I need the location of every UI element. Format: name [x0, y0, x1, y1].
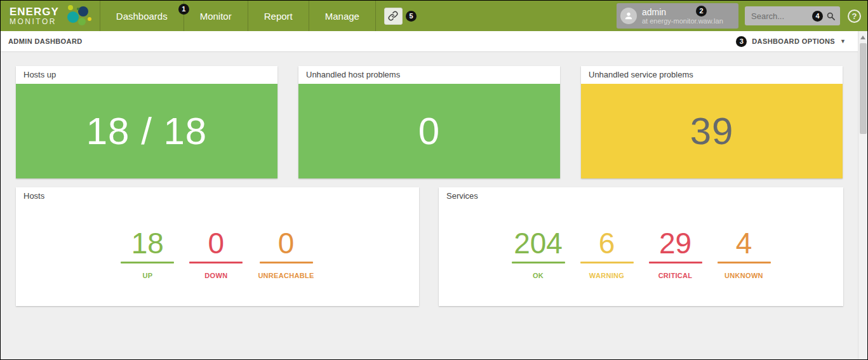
user-host: at energy-monitor.waw.lan [642, 17, 723, 25]
logo-line1: ENERGY [10, 6, 59, 18]
dashboard-options-label: DASHBOARD OPTIONS [752, 37, 835, 45]
app-logo[interactable]: ENERGY MONITOR [1, 1, 100, 31]
unhandled-service-problems-value: 39 [690, 109, 734, 153]
annotation-badge-2: 2 [696, 6, 707, 17]
help-label: ? [852, 11, 857, 21]
nav-item-dashboards[interactable]: Dashboards 1 [100, 1, 184, 31]
stat-label: DOWN [204, 272, 227, 279]
annotation-badge-1: 1 [178, 4, 189, 15]
stat-hosts-down[interactable]: 0 DOWN [189, 228, 243, 279]
main-nav: Dashboards 1 Monitor Report Manage [100, 1, 376, 31]
annotation-badge-3: 3 [736, 36, 747, 47]
hosts-up-value: 18 / 18 [86, 109, 208, 153]
scrollbar-thumb[interactable] [860, 43, 867, 134]
search-input[interactable] [751, 11, 809, 21]
link-icon [388, 11, 398, 21]
stat-services-critical[interactable]: 29 CRITICAL [649, 228, 702, 279]
user-name: admin [642, 7, 723, 17]
stat-underline [260, 262, 313, 263]
stat-value: 6 [599, 228, 615, 258]
nav-item-label: Manage [325, 11, 359, 22]
app-window: ENERGY MONITOR Dashboards 1 Monitor Rep [0, 0, 868, 360]
card-hosts: Hosts 18 UP 0 DOWN 0 UNRE [16, 187, 419, 306]
stat-value: 204 [514, 228, 563, 258]
stat-label: UNKNOWN [724, 272, 763, 279]
stat-label: CRITICAL [658, 272, 693, 279]
nav-item-label: Dashboards [116, 11, 168, 22]
stat-hosts-unreachable[interactable]: 0 UNREACHABLE [258, 228, 314, 279]
logo-text: ENERGY MONITOR [10, 6, 59, 25]
help-button[interactable]: ? [848, 10, 861, 23]
stat-services-unknown[interactable]: 4 UNKNOWN [718, 228, 771, 279]
stat-services-warning[interactable]: 6 WARNING [580, 228, 634, 279]
search-box: 4 [745, 6, 840, 25]
summary-row: Hosts up 18 / 18 Unhandled host problems… [16, 66, 867, 178]
user-avatar-icon [620, 8, 637, 24]
stat-underline [649, 262, 702, 263]
stat-label: UNREACHABLE [258, 272, 314, 279]
user-text: admin at energy-monitor.waw.lan [642, 7, 723, 25]
unhandled-host-problems-value-panel[interactable]: 0 [298, 84, 560, 178]
nav-item-monitor[interactable]: Monitor [184, 1, 248, 31]
stat-label: OK [533, 272, 544, 279]
card-title: Hosts up [16, 66, 277, 84]
detail-row: Hosts 18 UP 0 DOWN 0 UNRE [16, 187, 867, 306]
hosts-up-value-panel[interactable]: 18 / 18 [16, 84, 277, 178]
stat-underline [580, 262, 634, 263]
stat-value: 18 [131, 228, 164, 258]
dashboard-content: Hosts up 18 / 18 Unhandled host problems… [1, 52, 867, 306]
card-title: Hosts [16, 187, 419, 205]
card-title: Unhandled host problems [298, 66, 560, 84]
nav-item-report[interactable]: Report [248, 1, 309, 31]
card-unhandled-service-problems: Unhandled service problems 39 [581, 66, 843, 178]
stat-value: 0 [278, 228, 295, 258]
stat-hosts-up[interactable]: 18 UP [121, 228, 174, 279]
navbar-right: admin at energy-monitor.waw.lan 2 4 ? [617, 1, 867, 31]
user-menu[interactable]: admin at energy-monitor.waw.lan 2 [617, 3, 738, 29]
services-stats: 204 OK 6 WARNING 29 CRITICAL [439, 205, 843, 306]
search-icon[interactable] [826, 11, 836, 21]
stat-value: 4 [736, 228, 752, 258]
hosts-stats: 18 UP 0 DOWN 0 UNREACHABLE [16, 205, 419, 306]
stat-underline [189, 262, 243, 263]
top-navbar: ENERGY MONITOR Dashboards 1 Monitor Rep [1, 1, 867, 31]
nav-item-label: Monitor [200, 11, 232, 22]
annotation-badge-4: 4 [812, 11, 823, 22]
unhandled-host-problems-value: 0 [418, 109, 440, 153]
card-title: Services [439, 187, 843, 205]
stat-underline [512, 262, 565, 263]
stat-underline [718, 262, 771, 263]
card-unhandled-host-problems: Unhandled host problems 0 [298, 66, 560, 178]
card-services: Services 204 OK 6 WARNING 29 [439, 187, 843, 306]
card-title: Unhandled service problems [581, 66, 843, 84]
annotation-badge-5: 5 [406, 11, 417, 22]
subheader: ADMIN DASHBOARD 3 DASHBOARD OPTIONS ▼ [1, 31, 867, 52]
stat-services-ok[interactable]: 204 OK [512, 228, 565, 279]
unhandled-service-problems-value-panel[interactable]: 39 [581, 84, 843, 178]
page-title: ADMIN DASHBOARD [8, 37, 83, 45]
quick-link-button[interactable] [384, 8, 403, 25]
stat-value: 29 [659, 228, 691, 258]
quicklink-area: 5 [384, 1, 417, 31]
logo-line2: MONITOR [10, 18, 59, 26]
stat-label: WARNING [589, 272, 624, 279]
stat-underline [121, 262, 174, 263]
stat-label: UP [142, 272, 152, 279]
vertical-scrollbar[interactable] [858, 31, 867, 359]
nav-item-manage[interactable]: Manage [309, 1, 376, 31]
dashboard-options-button[interactable]: 3 DASHBOARD OPTIONS ▼ [736, 36, 846, 47]
logo-molecule-icon [64, 3, 93, 29]
stat-value: 0 [208, 228, 225, 258]
nav-item-label: Report [264, 11, 293, 22]
chevron-down-icon: ▼ [840, 38, 846, 44]
scrollbar-up-arrow[interactable] [860, 36, 865, 39]
card-hosts-up: Hosts up 18 / 18 [16, 66, 277, 178]
